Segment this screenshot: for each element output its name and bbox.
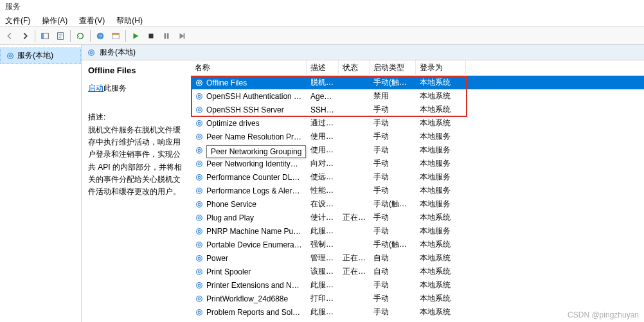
gear-icon [195,213,204,222]
service-desc: 此服… [307,305,339,319]
help-button[interactable]: ? [93,29,107,43]
export-button[interactable] [53,29,67,43]
service-status [339,95,370,98]
service-logon: 本地服务 [416,224,466,238]
refresh-button[interactable] [73,29,87,43]
window-title: 服务 [0,0,644,13]
show-hide-button[interactable] [38,29,52,43]
service-desc: Age… [307,91,339,102]
menu-action[interactable]: 操作(A) [37,14,73,25]
service-name: Power [206,254,228,263]
col-desc[interactable]: 描述 [307,60,339,76]
service-row[interactable]: Plug and Play使计…正在…手动本地系统 [191,211,644,224]
svg-point-37 [197,228,202,234]
service-desc: 使用… [307,143,339,157]
service-desc: 脱机… [307,76,339,89]
menu-file[interactable]: 文件(F) [0,14,35,25]
service-desc: 该服… [307,265,339,278]
service-row[interactable]: Power管理…正在…自动本地系统 [191,251,644,265]
forward-button[interactable] [18,29,32,43]
gear-icon [195,294,204,303]
service-name: Offline Files [206,78,247,87]
svg-point-28 [198,163,201,165]
service-logon: 本地系统 [416,89,466,103]
service-start: 手动 [370,116,416,130]
svg-rect-6 [112,33,120,35]
service-status [339,163,370,165]
gear-icon [195,92,204,101]
service-name: Portable Device Enumera… [206,240,302,249]
service-desc: 此服… [307,278,339,292]
service-name: Printer Extensions and N… [206,281,300,290]
gear-icon [195,240,204,249]
gear-icon [195,186,204,195]
toolbar: ? [0,27,644,45]
tree-root-services[interactable]: 服务(本地) [0,48,81,64]
svg-rect-10 [184,33,185,39]
menu-view[interactable]: 查看(V) [74,14,110,25]
service-logon: 本地系统 [416,76,466,89]
svg-point-49 [197,309,202,315]
service-row[interactable]: Printer Extensions and N…此服…手动本地系统 [191,278,644,292]
col-name[interactable]: 名称 [191,60,307,76]
restart-service-button[interactable] [175,29,189,43]
service-logon: 本地系统 [416,305,466,319]
service-logon: 本地系统 [416,238,466,251]
properties-button[interactable] [109,29,123,43]
grid-rows[interactable]: Peer Networking Grouping Offline Files脱机… [191,76,644,322]
service-status: 正在… [339,211,370,224]
service-row[interactable]: Print Spooler该服…正在…自动本地系统 [191,265,644,278]
gear-icon [195,132,204,141]
svg-point-40 [198,244,201,246]
service-row[interactable]: Portable Device Enumera…强制…手动(触发…本地系统 [191,238,644,251]
back-button[interactable] [3,29,17,43]
service-desc: SSH … [307,104,339,116]
svg-point-11 [8,53,13,58]
service-start: 手动(触发… [370,197,416,211]
service-row[interactable]: Performance Logs & Aler…性能…手动本地服务 [191,184,644,197]
service-row[interactable]: Performance Counter DL…使远…手动本地服务 [191,170,644,184]
svg-point-24 [198,136,201,138]
col-start[interactable]: 启动类型 [370,60,416,76]
tooltip: Peer Networking Grouping [206,145,306,158]
service-row[interactable]: OpenSSH Authentication …Age…禁用本地系统 [191,89,644,103]
svg-point-44 [198,271,201,273]
service-logon: 本地系统 [416,116,466,130]
service-row[interactable]: PrintWorkflow_24d688e打印…手动本地系统 [191,292,644,305]
svg-point-45 [197,282,202,288]
svg-point-35 [197,215,202,220]
gear-icon [195,78,204,87]
service-status [339,82,370,84]
service-logon: 本地服务 [416,170,466,184]
start-link[interactable]: 启动 [88,84,103,93]
service-row[interactable]: Offline Files脱机…手动(触发…本地系统 [191,76,644,89]
service-name: PNRP Machine Name Pu… [206,227,301,236]
start-service-button[interactable] [129,29,143,43]
service-row[interactable]: Optimize drives通过…手动本地系统 [191,116,644,130]
service-logon: 本地服务 [416,130,466,143]
col-logon[interactable]: 登录为 [416,60,466,76]
stop-service-button[interactable] [144,29,158,43]
service-name: Optimize drives [206,119,260,128]
gear-icon [195,119,204,128]
service-row[interactable]: PNRP Machine Name Pu…此服…手动本地服务 [191,224,644,238]
pause-service-button[interactable] [159,29,174,43]
service-name: Performance Logs & Aler… [206,186,300,195]
col-status[interactable]: 状态 [339,60,370,76]
service-name: Print Spooler [206,267,251,276]
svg-point-38 [198,230,201,233]
service-row[interactable]: Peer Networking Identity…向对…手动本地服务 [191,157,644,170]
service-start: 手动 [370,224,416,238]
service-row[interactable]: Phone Service在设…手动(触发…本地服务 [191,197,644,211]
service-row[interactable]: Peer Name Resolution Pr…使用…手动本地服务 [191,130,644,143]
service-status: 正在… [339,251,370,265]
service-row[interactable]: OpenSSH SSH ServerSSH …手动本地系统 [191,103,644,116]
svg-point-32 [198,190,201,192]
svg-point-36 [198,217,201,219]
menu-help[interactable]: 帮助(H) [111,14,148,25]
service-desc: 打印… [307,292,339,305]
service-start: 自动 [370,265,416,278]
svg-point-33 [197,201,202,207]
service-start: 手动 [370,103,416,116]
service-desc: 使用… [307,130,339,143]
